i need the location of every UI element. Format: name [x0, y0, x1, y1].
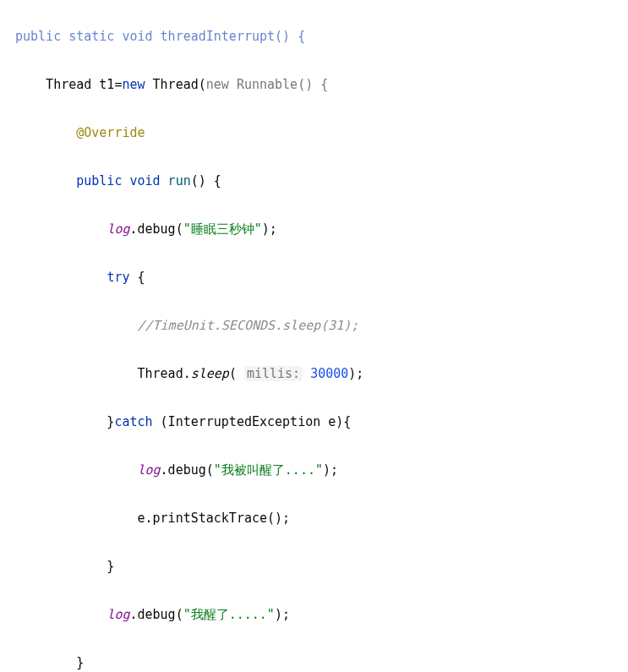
keyword: try [106, 270, 129, 285]
method: run [161, 173, 191, 188]
code-text: Thread( [145, 77, 206, 92]
code-line: log.debug("我醒了....."); [15, 603, 628, 627]
code-line: @Override [15, 121, 628, 145]
code-text: ); [275, 607, 290, 622]
comment: //TimeUnit.SECONDS.sleep(31); [138, 318, 359, 333]
code-line: Thread.sleep( millis: 30000); [15, 362, 628, 386]
indent [15, 270, 106, 285]
keyword: public [76, 173, 122, 188]
code-text: } [15, 414, 114, 429]
indent [15, 221, 106, 237]
code-line: }catch (InterruptedException e){ [15, 410, 628, 434]
code-line: //TimeUnit.SECONDS.sleep(31); [15, 314, 628, 338]
code-line: } [15, 651, 628, 673]
keyword: void [122, 173, 160, 188]
code-text: } [15, 655, 84, 670]
code-text: Thread t1= [15, 77, 122, 92]
code-text: .debug( [129, 607, 183, 622]
field: log [106, 221, 129, 237]
string: "我被叫醒了...." [214, 462, 323, 478]
code-text: ); [348, 366, 363, 381]
field: log [106, 607, 129, 622]
field: log [138, 462, 161, 478]
keyword: catch [114, 414, 152, 429]
indent [15, 318, 138, 333]
code-text: Runnable() { [229, 77, 328, 92]
code-line: public static void threadInterrupt() { [15, 25, 628, 49]
code-text: .debug( [161, 462, 214, 478]
param-hint: millis: [244, 366, 303, 381]
code-line: Thread t1=new Thread(new Runnable() { [15, 73, 628, 97]
code-block: public static void threadInterrupt() { T… [0, 0, 628, 672]
code-line: try { [15, 265, 628, 290]
code-line: log.debug("我被叫醒了...."); [15, 458, 628, 483]
code-text: () { [191, 173, 221, 188]
code-text: public static void threadInterrupt() { [15, 29, 305, 44]
code-text: ); [262, 221, 277, 237]
indent [15, 173, 76, 188]
indent [15, 607, 106, 622]
code-text: e.printStackTrace(); [15, 511, 290, 526]
string: "睡眠三秒钟" [183, 221, 262, 237]
number: 30000 [310, 366, 348, 381]
code-line: } [15, 555, 628, 579]
code-text: (InterruptedException e){ [153, 414, 352, 429]
code-text: Thread. [15, 366, 191, 381]
string: "我醒了....." [183, 607, 275, 622]
keyword-new: new [122, 77, 145, 92]
code-text: .debug( [129, 221, 183, 237]
code-text: ); [323, 462, 338, 478]
code-line: public void run() { [15, 169, 628, 194]
indent [15, 125, 76, 140]
annotation: @Override [76, 125, 145, 140]
code-text: ( [229, 366, 244, 381]
code-line: e.printStackTrace(); [15, 506, 628, 531]
keyword-new: new [206, 77, 229, 92]
code-line: log.debug("睡眠三秒钟"); [15, 217, 628, 242]
code-text [303, 366, 310, 381]
method: sleep [191, 366, 229, 381]
code-text: { [129, 270, 145, 285]
code-text: } [15, 559, 114, 574]
indent [15, 462, 138, 478]
